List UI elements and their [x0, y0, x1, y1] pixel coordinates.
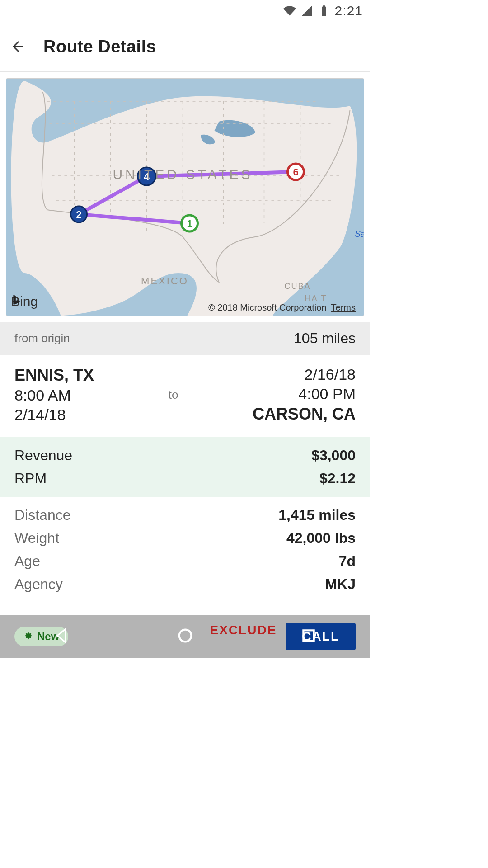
financials-block: Revenue $3,000 RPM $2.12 — [0, 437, 370, 497]
wifi-icon — [283, 5, 296, 17]
waypoint-2: 2 — [71, 206, 87, 222]
to-time: 4:00 PM — [253, 385, 356, 403]
back-button[interactable] — [7, 36, 29, 57]
age-row: Age 7d — [14, 553, 356, 570]
from-city: ENNIS, TX — [14, 366, 94, 385]
route-header: ENNIS, TX 8:00 AM 2/14/18 to 2/16/18 4:0… — [0, 355, 370, 437]
waypoint-6: 6 — [288, 164, 304, 180]
age-label: Age — [14, 553, 40, 570]
from-time: 8:00 AM — [14, 387, 94, 404]
weight-value: 42,000 lbs — [286, 530, 356, 547]
revenue-value: $3,000 — [311, 447, 356, 464]
weight-label: Weight — [14, 530, 59, 547]
map-container: 1 2 4 6 UNITED STATES MEXICO CUBA — [0, 72, 370, 322]
revenue-row: Revenue $3,000 — [14, 447, 356, 464]
back-arrow-icon — [10, 38, 26, 55]
from-origin-row: from origin 105 miles — [0, 322, 370, 355]
nav-back-icon — [53, 627, 71, 645]
cell-signal-icon — [300, 5, 313, 17]
page-title: Route Details — [43, 37, 156, 57]
agency-value: MKJ — [325, 576, 356, 593]
agency-row: Agency MKJ — [14, 576, 356, 593]
nav-home-button[interactable] — [176, 627, 194, 646]
svg-rect-21 — [303, 630, 314, 641]
to-city: CARSON, CA — [253, 405, 356, 424]
route-to: 2/16/18 4:00 PM CARSON, CA — [253, 366, 356, 424]
map-haiti-label: HAITI — [305, 294, 330, 303]
nav-recents-icon — [300, 627, 318, 645]
svg-text:2: 2 — [76, 209, 81, 220]
android-status-bar: 2:21 — [0, 0, 370, 22]
map-cutoff-label: Sar — [355, 229, 364, 239]
nav-home-icon — [176, 627, 194, 645]
map-terms-link[interactable]: Terms — [331, 302, 356, 313]
android-nav-bar — [0, 615, 370, 658]
nav-back-button[interactable] — [53, 627, 71, 646]
map-attribution: © 2018 Microsoft Corporation Terms — [208, 302, 356, 313]
details-block: Distance 1,415 miles Weight 42,000 lbs A… — [0, 497, 370, 593]
nav-recents-button[interactable] — [300, 627, 318, 646]
from-date: 2/14/18 — [14, 406, 94, 424]
rpm-label: RPM — [14, 470, 47, 487]
svg-text:1: 1 — [187, 218, 192, 229]
map-provider: Bing — [11, 294, 38, 309]
route-map[interactable]: 1 2 4 6 UNITED STATES MEXICO CUBA — [6, 79, 364, 316]
revenue-label: Revenue — [14, 447, 72, 464]
to-date: 2/16/18 — [253, 366, 356, 383]
distance-value: 1,415 miles — [278, 507, 356, 524]
app-bar: Route Details — [0, 22, 370, 72]
waypoint-1: 1 — [182, 215, 198, 231]
map-country-label: UNITED STATES — [113, 167, 253, 182]
distance-row: Distance 1,415 miles — [14, 507, 356, 524]
to-label: to — [169, 388, 178, 402]
battery-icon — [318, 5, 330, 17]
distance-label: Distance — [14, 507, 71, 524]
bing-icon — [11, 294, 23, 306]
route-from: ENNIS, TX 8:00 AM 2/14/18 — [14, 366, 94, 424]
weight-row: Weight 42,000 lbs — [14, 530, 356, 547]
rpm-value: $2.12 — [319, 470, 356, 487]
agency-label: Agency — [14, 576, 63, 593]
svg-point-20 — [179, 629, 191, 642]
screen: 2:21 Route Details — [0, 0, 370, 658]
rpm-row: RPM $2.12 — [14, 470, 356, 487]
from-origin-value: 105 miles — [294, 330, 356, 347]
age-value: 7d — [339, 553, 356, 570]
map-mexico-label: MEXICO — [141, 275, 188, 287]
map-svg: 1 2 4 6 UNITED STATES MEXICO CUBA — [6, 79, 364, 316]
clock-text: 2:21 — [335, 3, 363, 19]
svg-text:6: 6 — [293, 166, 298, 178]
map-cuba-label: CUBA — [285, 282, 311, 291]
map-copyright: © 2018 Microsoft Corporation — [208, 302, 327, 313]
from-origin-label: from origin — [14, 331, 70, 345]
